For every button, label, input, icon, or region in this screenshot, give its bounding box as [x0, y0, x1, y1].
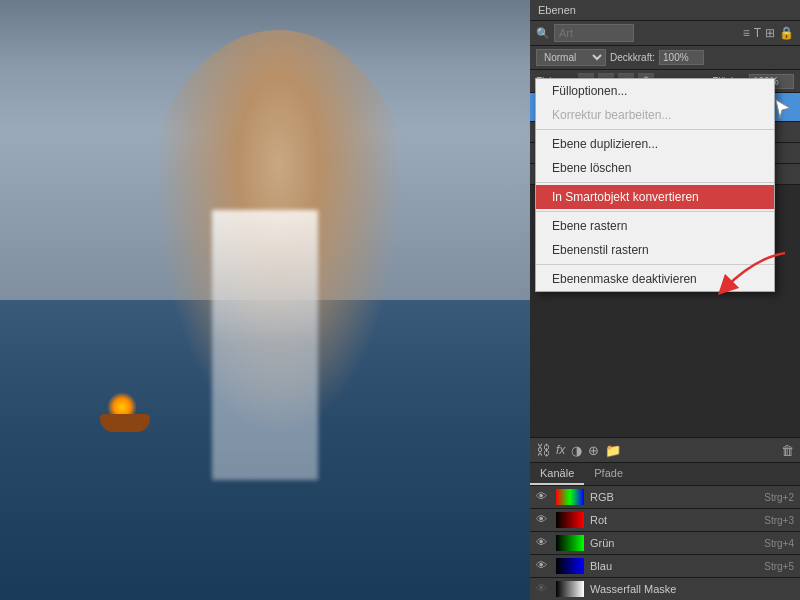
search-input[interactable] [554, 24, 634, 42]
channel-item-gruen[interactable]: 👁 Grün Strg+4 [530, 532, 800, 555]
channel-thumb-maske [556, 581, 584, 597]
tab-pfade[interactable]: Pfade [584, 463, 633, 485]
context-menu-smartobjekt[interactable]: In Smartobjekt konvertieren [536, 185, 774, 209]
channel-name-rot: Rot [590, 514, 758, 526]
channel-item-rgb[interactable]: 👁 RGB Strg+2 [530, 486, 800, 509]
canvas-area [0, 0, 530, 600]
boat [95, 397, 155, 432]
channel-thumb-rot [556, 512, 584, 528]
channel-thumb-rgb [556, 489, 584, 505]
context-menu-sep1 [536, 129, 774, 130]
channel-shortcut-rot: Strg+3 [764, 515, 794, 526]
bottom-toolbar: ⛓ fx ◑ ⊕ 📁 🗑 [530, 437, 800, 463]
lock-icon: 🔒 [779, 26, 794, 40]
context-menu-duplizieren[interactable]: Ebene duplizieren... [536, 132, 774, 156]
context-menu-loeschen[interactable]: Ebene löschen [536, 156, 774, 180]
layers-panel-title: Ebenen [538, 4, 576, 16]
context-menu-sep2 [536, 182, 774, 183]
context-menu-fuelloptionen[interactable]: Fülloptionen... [536, 79, 774, 103]
opacity-input[interactable] [659, 50, 704, 65]
channel-eye-blau[interactable]: 👁 [536, 559, 550, 573]
cursor-indicator [774, 98, 792, 120]
channel-name-gruen: Grün [590, 537, 758, 549]
trash-icon[interactable]: 🗑 [781, 443, 794, 458]
canvas-image [0, 0, 530, 600]
channel-eye-gruen[interactable]: 👁 [536, 536, 550, 550]
channel-shortcut-blau: Strg+5 [764, 561, 794, 572]
channel-name-maske: Wasserfall Maske [590, 583, 794, 595]
svg-marker-0 [776, 100, 790, 118]
layers-panel: Ebenen 🔍 ≡ T ⊞ 🔒 Normal Deckkraft: Fixie… [530, 0, 800, 600]
channel-item-wasserfall-maske[interactable]: 👁 Wasserfall Maske [530, 578, 800, 600]
context-menu-sep3 [536, 211, 774, 212]
channel-item-blau[interactable]: 👁 Blau Strg+5 [530, 555, 800, 578]
channels-section: Kanäle Pfade 👁 RGB Strg+2 👁 Rot Strg+3 👁… [530, 463, 800, 600]
filter-icon: ≡ [743, 26, 750, 40]
search-icon: 🔍 [536, 27, 550, 40]
channel-name-blau: Blau [590, 560, 758, 572]
adjustment-icon[interactable]: ⊕ [588, 443, 599, 458]
channel-thumb-blau [556, 558, 584, 574]
context-menu-korrektur: Korrektur bearbeiten... [536, 103, 774, 127]
channel-eye-rgb[interactable]: 👁 [536, 490, 550, 504]
extra-icon: ⊞ [765, 26, 775, 40]
layers-panel-header: Ebenen [530, 0, 800, 21]
channel-shortcut-rgb: Strg+2 [764, 492, 794, 503]
channel-name-rgb: RGB [590, 491, 758, 503]
channel-thumb-gruen [556, 535, 584, 551]
layers-list: 👁 Wasserfall 👁 M 👁 L 👁 B Fülloptionen... [530, 93, 800, 185]
channels-tabs: Kanäle Pfade [530, 463, 800, 486]
channel-shortcut-gruen: Strg+4 [764, 538, 794, 549]
red-arrow [715, 248, 795, 308]
folder-new-icon[interactable]: 📁 [605, 443, 621, 458]
type-icon: T [754, 26, 761, 40]
blend-opacity-row: Normal Deckkraft: [530, 46, 800, 70]
waterfall-stream [212, 210, 318, 480]
boat-body [100, 414, 150, 432]
link-icon[interactable]: ⛓ [536, 442, 550, 458]
channel-eye-rot[interactable]: 👁 [536, 513, 550, 527]
channel-eye-maske[interactable]: 👁 [536, 582, 550, 596]
tab-kanaele[interactable]: Kanäle [530, 463, 584, 485]
mask-icon[interactable]: ◑ [571, 443, 582, 458]
channel-item-rot[interactable]: 👁 Rot Strg+3 [530, 509, 800, 532]
fx-icon[interactable]: fx [556, 443, 565, 457]
context-menu-rastern[interactable]: Ebene rastern [536, 214, 774, 238]
opacity-label: Deckkraft: [610, 52, 655, 63]
blend-mode-select[interactable]: Normal [536, 49, 606, 66]
search-row: 🔍 ≡ T ⊞ 🔒 [530, 21, 800, 46]
